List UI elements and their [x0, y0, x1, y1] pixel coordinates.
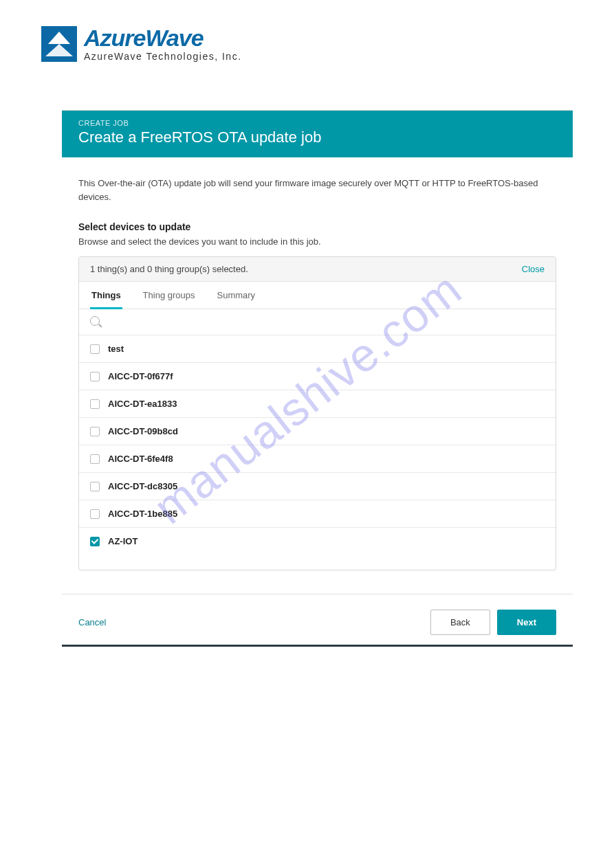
thing-checkbox[interactable] [90, 482, 100, 491]
thing-row[interactable]: AICC-DT-0f677f [79, 363, 556, 390]
section-title: Select devices to update [78, 221, 556, 232]
back-button[interactable]: Back [430, 610, 490, 635]
wizard-header: CREATE JOB Create a FreeRTOS OTA update … [62, 111, 573, 157]
thing-row[interactable]: AICC-DT-1be885 [79, 500, 556, 528]
thing-row[interactable]: AZ-IOT [79, 528, 556, 570]
picker-header: 1 thing(s) and 0 thing group(s) selected… [79, 257, 556, 282]
thing-checkbox[interactable] [90, 454, 100, 464]
thing-row[interactable]: AICC-DT-ea1833 [79, 390, 556, 418]
device-picker: 1 thing(s) and 0 thing group(s) selected… [78, 256, 556, 570]
thing-checkbox[interactable] [90, 372, 100, 381]
thing-row[interactable]: AICC-DT-09b8cd [79, 418, 556, 445]
tab-summary[interactable]: Summary [216, 282, 257, 309]
thing-label: AZ-IOT [108, 536, 138, 546]
logo-sub-text: AzureWave Technologies, Inc. [84, 51, 242, 62]
thing-checkbox[interactable] [90, 427, 100, 436]
wizard-footer: Cancel Back Next [62, 594, 573, 645]
thing-row[interactable]: AICC-DT-6fe4f8 [79, 445, 556, 473]
close-link[interactable]: Close [522, 264, 545, 274]
intro-text: This Over-the-air (OTA) update job will … [78, 177, 556, 203]
selection-summary: 1 thing(s) and 0 thing group(s) selected… [90, 264, 248, 274]
thing-checkbox[interactable] [90, 399, 100, 409]
thing-label: AICC-DT-0f677f [108, 371, 173, 381]
page-title: Create a FreeRTOS OTA update job [78, 129, 556, 146]
logo-mark-icon [41, 26, 77, 62]
thing-label: test [108, 344, 124, 354]
picker-tabs: Things Thing groups Summary [79, 282, 556, 309]
thing-label: AICC-DT-dc8305 [108, 481, 177, 491]
logo-main-text: AzureWave [84, 26, 242, 49]
thing-checkbox[interactable] [90, 344, 100, 354]
things-list: testAICC-DT-0f677fAICC-DT-ea1833AICC-DT-… [79, 335, 556, 570]
thing-label: AICC-DT-1be885 [108, 509, 177, 519]
thing-label: AICC-DT-6fe4f8 [108, 454, 173, 464]
thing-row[interactable]: AICC-DT-dc8305 [79, 473, 556, 500]
search-row[interactable] [79, 309, 556, 335]
thing-label: AICC-DT-09b8cd [108, 426, 178, 436]
search-icon [90, 316, 100, 326]
wizard-panel: CREATE JOB Create a FreeRTOS OTA update … [62, 110, 573, 647]
tab-thing-groups[interactable]: Thing groups [142, 282, 197, 309]
breadcrumb: CREATE JOB [78, 119, 556, 127]
footer-divider [62, 645, 573, 647]
thing-checkbox[interactable] [90, 537, 100, 546]
section-desc: Browse and select the devices you want t… [78, 236, 556, 247]
cancel-link[interactable]: Cancel [78, 617, 106, 627]
thing-label: AICC-DT-ea1833 [108, 399, 177, 409]
next-button[interactable]: Next [497, 610, 556, 635]
tab-things[interactable]: Things [90, 282, 122, 309]
thing-checkbox[interactable] [90, 509, 100, 519]
thing-row[interactable]: test [79, 335, 556, 363]
brand-logo: AzureWave AzureWave Technologies, Inc. [0, 0, 614, 62]
